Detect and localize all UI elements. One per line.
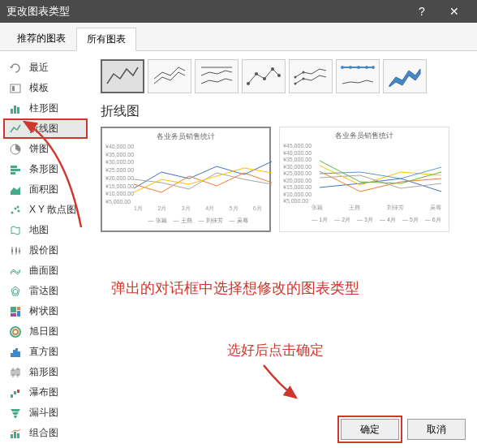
svg-rect-8 — [11, 172, 15, 174]
sidebar-item-surface[interactable]: 曲面图 — [3, 261, 88, 281]
svg-rect-0 — [11, 84, 20, 93]
sidebar-item-waterfall[interactable]: 瀑布图 — [3, 382, 88, 403]
sidebar-item-treemap[interactable]: 树状图 — [3, 301, 88, 321]
titlebar: 更改图表类型 ? ✕ — [0, 0, 477, 23]
chart-title: 各业务员销售统计 — [283, 131, 445, 141]
section-title: 折线图 — [101, 103, 467, 120]
sidebar-label: 饼图 — [29, 142, 49, 156]
svg-rect-1 — [12, 86, 15, 91]
tab-all[interactable]: 所有图表 — [76, 28, 136, 51]
close-button[interactable]: ✕ — [438, 0, 471, 23]
svg-rect-4 — [17, 107, 19, 114]
svg-point-49 — [277, 74, 281, 77]
svg-rect-24 — [17, 311, 20, 317]
combo-chart-icon — [8, 426, 23, 441]
svg-point-54 — [341, 66, 344, 69]
close-icon: ✕ — [449, 5, 459, 18]
sidebar-label: 柱形图 — [29, 101, 58, 115]
chart-preview-1[interactable]: 各业务员销售统计 ¥40,000.00¥35,000.00¥30,000.00¥… — [101, 127, 271, 232]
sidebar-label: 组合图 — [29, 426, 58, 440]
svg-point-58 — [372, 66, 375, 69]
subtype-100stacked-line[interactable] — [195, 59, 238, 93]
sidebar-item-recent[interactable]: 最近 — [3, 58, 88, 78]
svg-point-53 — [303, 71, 305, 74]
scatter-chart-icon — [8, 203, 23, 218]
sidebar-item-templates[interactable]: 模板 — [3, 78, 88, 98]
treemap-chart-icon — [8, 304, 23, 319]
waterfall-chart-icon — [8, 386, 23, 400]
sidebar-item-line[interactable]: 折线图 — [3, 118, 88, 139]
sidebar-label: 旭日图 — [29, 325, 58, 338]
subtype-line[interactable] — [101, 59, 144, 93]
svg-marker-9 — [11, 187, 20, 195]
svg-marker-41 — [14, 416, 17, 418]
sidebar-item-box[interactable]: 箱形图 — [3, 362, 88, 382]
svg-rect-43 — [14, 432, 16, 438]
sidebar-item-bar[interactable]: 条形图 — [3, 159, 88, 179]
line-chart-icon — [8, 122, 23, 136]
sidebar-label: 漏斗图 — [29, 406, 58, 420]
sidebar-item-funnel[interactable]: 漏斗图 — [3, 403, 88, 423]
svg-point-10 — [11, 211, 14, 213]
histogram-chart-icon — [8, 345, 23, 360]
svg-rect-3 — [14, 106, 16, 114]
chart-legend: 张颖王燕刘佳芳吴骞 — [134, 217, 262, 225]
svg-marker-40 — [12, 412, 19, 415]
sidebar-label: 树状图 — [29, 304, 58, 318]
svg-rect-6 — [11, 166, 17, 168]
sidebar-item-map[interactable]: 地图 — [3, 220, 88, 240]
svg-point-51 — [303, 78, 305, 80]
sunburst-chart-icon — [8, 325, 23, 339]
sidebar-label: 股价图 — [29, 243, 58, 257]
subtype-stacked-line[interactable] — [148, 59, 191, 93]
surface-chart-icon — [8, 264, 23, 278]
stock-chart-icon — [8, 243, 23, 258]
sidebar-label: 箱形图 — [29, 365, 58, 379]
svg-rect-7 — [11, 169, 20, 171]
cancel-button[interactable]: 取消 — [407, 419, 466, 440]
sidebar-item-scatter[interactable]: X Y 散点图 — [3, 200, 88, 220]
sidebar-item-combo[interactable]: 组合图 — [3, 423, 88, 443]
svg-point-52 — [294, 76, 297, 79]
svg-rect-31 — [18, 351, 20, 357]
tab-recommended[interactable]: 推荐的图表 — [6, 27, 76, 50]
svg-point-45 — [247, 82, 250, 85]
subtype-100stacked-line-markers[interactable] — [336, 59, 380, 93]
ok-button[interactable]: 确定 — [341, 419, 399, 440]
sidebar-item-radar[interactable]: 雷达图 — [3, 281, 88, 301]
chart-preview-2[interactable]: 各业务员销售统计 ¥45,000.00¥40,000.00¥35,000.00¥… — [279, 127, 449, 232]
sidebar-label: X Y 散点图 — [29, 203, 76, 217]
box-chart-icon — [8, 365, 23, 380]
svg-marker-59 — [389, 69, 420, 87]
svg-point-55 — [349, 66, 352, 69]
subtype-thumbnails — [101, 59, 467, 93]
map-chart-icon — [8, 223, 23, 238]
sidebar-item-sunburst[interactable]: 旭日图 — [3, 321, 88, 342]
help-button[interactable]: ? — [406, 0, 438, 23]
svg-point-48 — [271, 67, 274, 71]
annotation-instruction-1: 弹出的对话框中选择想修改的图表类型 — [111, 278, 359, 298]
sidebar-item-column[interactable]: 柱形图 — [3, 98, 88, 118]
subtype-stacked-line-markers[interactable] — [289, 59, 333, 93]
y-axis-labels: ¥45,000.00¥40,000.00¥35,000.00¥30,000.00… — [283, 143, 312, 204]
svg-rect-19 — [19, 250, 20, 252]
svg-rect-2 — [11, 109, 13, 114]
svg-point-11 — [15, 207, 17, 209]
svg-point-56 — [357, 66, 360, 69]
window-title: 更改图表类型 — [6, 4, 70, 19]
sidebar-item-stock[interactable]: 股价图 — [3, 240, 88, 261]
templates-icon — [8, 81, 23, 96]
svg-point-47 — [263, 77, 266, 80]
column-chart-icon — [8, 101, 23, 116]
recent-icon — [8, 61, 23, 75]
svg-rect-29 — [13, 350, 15, 357]
sidebar-label: 模板 — [29, 81, 49, 95]
x-axis-labels: 1月2月3月4月5月6月 — [134, 205, 262, 213]
y-axis-labels: ¥40,000.00¥35,000.00¥30,000.00¥25,000.00… — [105, 144, 134, 205]
sidebar-item-pie[interactable]: 饼图 — [3, 139, 88, 159]
subtype-3d-line[interactable] — [383, 59, 427, 93]
subtype-line-markers[interactable] — [242, 59, 286, 93]
svg-rect-15 — [11, 249, 13, 252]
sidebar-item-histogram[interactable]: 直方图 — [3, 342, 88, 362]
sidebar-item-area[interactable]: 面积图 — [3, 179, 88, 200]
